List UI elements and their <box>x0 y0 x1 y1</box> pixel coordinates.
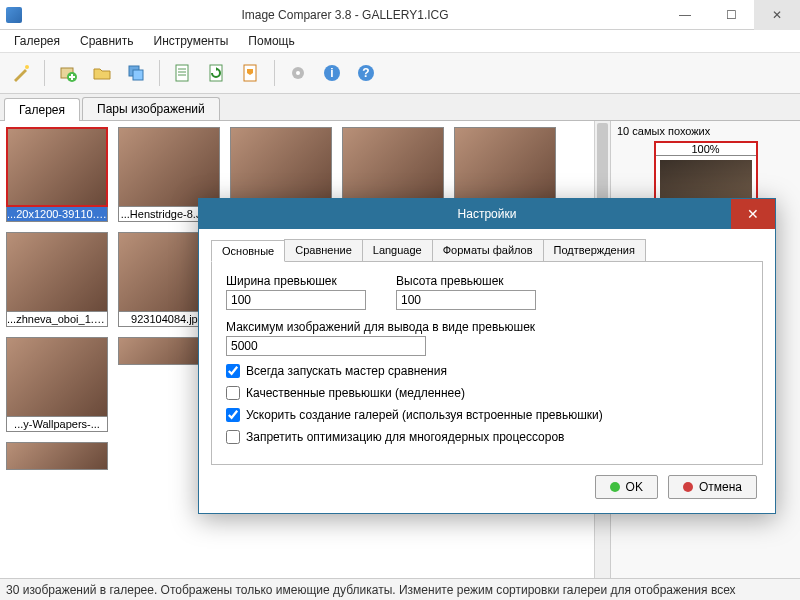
cancel-dot-icon <box>683 482 693 492</box>
status-text: 30 изображений в галерее. Отображены тол… <box>6 583 736 597</box>
similar-title: 10 самых похожих <box>617 125 794 137</box>
thumbnail[interactable] <box>6 442 108 470</box>
sheet-run-icon <box>173 63 193 83</box>
toolbar: i ? <box>0 52 800 94</box>
close-button[interactable]: ✕ <box>754 0 800 30</box>
question-icon: ? <box>356 63 376 83</box>
wand-icon <box>11 63 31 83</box>
info-icon: i <box>322 63 342 83</box>
thumbnail-label: ...20x1200-39110.j... <box>6 207 108 222</box>
no-multicore-label: Запретить оптимизацию для многоядерных п… <box>246 430 564 444</box>
thumb-height-label: Высота превьюшек <box>396 274 536 288</box>
svg-rect-4 <box>133 70 143 80</box>
thumb-width-input[interactable] <box>226 290 366 310</box>
settings-dialog: Настройки ✕ Основные Сравнение Language … <box>198 198 776 514</box>
refresh-button[interactable] <box>202 58 232 88</box>
ok-button[interactable]: OK <box>595 475 658 499</box>
svg-point-9 <box>296 71 300 75</box>
dialog-title: Настройки <box>458 207 517 221</box>
tab-gallery[interactable]: Галерея <box>4 98 80 121</box>
tag-button[interactable] <box>236 58 266 88</box>
no-multicore-checkbox[interactable] <box>226 430 240 444</box>
dialog-content: Ширина превьюшек Высота превьюшек Максим… <box>211 262 763 465</box>
svg-point-0 <box>25 65 29 69</box>
add-icon <box>58 63 78 83</box>
svg-text:i: i <box>330 66 333 80</box>
folder-icon <box>92 63 112 83</box>
always-wizard-checkbox[interactable] <box>226 364 240 378</box>
thumbnail[interactable]: ...zhneva_oboi_1.jpg <box>6 232 108 327</box>
menu-gallery[interactable]: Галерея <box>6 32 68 50</box>
ok-dot-icon <box>610 482 620 492</box>
svg-rect-5 <box>176 65 188 81</box>
always-wizard-label: Всегда запускать мастер сравнения <box>246 364 447 378</box>
help-button[interactable]: ? <box>351 58 381 88</box>
dialog-tab-language[interactable]: Language <box>362 239 433 261</box>
wizard-button[interactable] <box>6 58 36 88</box>
max-images-input[interactable] <box>226 336 426 356</box>
thumbnail[interactable]: ...20x1200-39110.j... <box>6 127 108 222</box>
tag-icon <box>241 63 261 83</box>
app-icon <box>6 7 22 23</box>
gear-icon <box>288 63 308 83</box>
titlebar: Image Comparer 3.8 - GALLERY1.ICG — ☐ ✕ <box>0 0 800 30</box>
info-button[interactable]: i <box>317 58 347 88</box>
run-button[interactable] <box>168 58 198 88</box>
minimize-button[interactable]: — <box>662 0 708 30</box>
quality-thumbs-label: Качественные превьюшки (медленнее) <box>246 386 465 400</box>
refresh-icon <box>207 63 227 83</box>
dialog-tab-formats[interactable]: Форматы файлов <box>432 239 544 261</box>
window-title: Image Comparer 3.8 - GALLERY1.ICG <box>28 8 662 22</box>
menubar: Галерея Сравнить Инструменты Помощь <box>0 30 800 52</box>
main-tabs: Галерея Пары изображений <box>0 94 800 120</box>
thumb-width-label: Ширина превьюшек <box>226 274 366 288</box>
menu-tools[interactable]: Инструменты <box>146 32 237 50</box>
menu-compare[interactable]: Сравнить <box>72 32 141 50</box>
cancel-button[interactable]: Отмена <box>668 475 757 499</box>
gallery-set-button[interactable] <box>121 58 151 88</box>
menu-help[interactable]: Помощь <box>240 32 302 50</box>
dialog-titlebar[interactable]: Настройки ✕ <box>199 199 775 229</box>
dialog-tabs: Основные Сравнение Language Форматы файл… <box>211 239 763 262</box>
stack-icon <box>126 63 146 83</box>
speedup-checkbox[interactable] <box>226 408 240 422</box>
thumbnail-label: ...zhneva_oboi_1.jpg <box>6 312 108 327</box>
thumbnail[interactable]: ...y-Wallpapers-... <box>6 337 108 432</box>
statusbar: 30 изображений в галерее. Отображены тол… <box>0 578 800 600</box>
speedup-label: Ускорить создание галерей (используя вст… <box>246 408 603 422</box>
maximize-button[interactable]: ☐ <box>708 0 754 30</box>
settings-button[interactable] <box>283 58 313 88</box>
dialog-tab-main[interactable]: Основные <box>211 240 285 262</box>
svg-text:?: ? <box>362 66 369 80</box>
add-button[interactable] <box>53 58 83 88</box>
dialog-close-button[interactable]: ✕ <box>731 199 775 229</box>
similarity-percent: 100% <box>656 143 756 156</box>
tab-pairs[interactable]: Пары изображений <box>82 97 220 120</box>
max-images-label: Максимум изображений для вывода в виде п… <box>226 320 748 334</box>
dialog-tab-compare[interactable]: Сравнение <box>284 239 363 261</box>
thumbnail-label: ...y-Wallpapers-... <box>6 417 108 432</box>
open-button[interactable] <box>87 58 117 88</box>
thumb-height-input[interactable] <box>396 290 536 310</box>
quality-thumbs-checkbox[interactable] <box>226 386 240 400</box>
dialog-tab-confirm[interactable]: Подтверждения <box>543 239 646 261</box>
